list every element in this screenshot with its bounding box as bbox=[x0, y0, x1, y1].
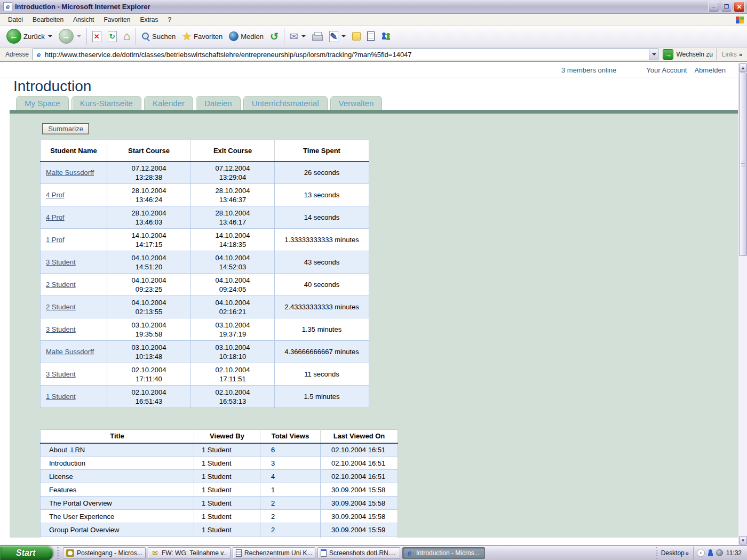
total-views-cell: 2 bbox=[260, 523, 321, 537]
back-dropdown-icon[interactable] bbox=[48, 35, 52, 37]
student-link[interactable]: 1 Student bbox=[46, 393, 76, 401]
column-header: Time Spent bbox=[275, 140, 369, 162]
home-button[interactable] bbox=[120, 27, 133, 46]
refresh-button[interactable] bbox=[105, 27, 120, 46]
network-tray-icon[interactable] bbox=[716, 549, 723, 556]
messenger-tray-icon[interactable] bbox=[707, 549, 714, 556]
task-button-rechenzentrum-uni-k[interactable]: Rechenzentrum Uni K... bbox=[233, 547, 315, 559]
discuss-button[interactable] bbox=[349, 27, 364, 46]
content-area: Summarize Student NameStart CourseExit C… bbox=[10, 114, 738, 538]
start-time: 17:11:40 bbox=[107, 374, 190, 383]
scroll-up-button[interactable] bbox=[739, 63, 747, 72]
student-link[interactable]: 1 Prof bbox=[46, 236, 65, 244]
exit-date: 04.10.2004 bbox=[191, 276, 274, 285]
your-account-link[interactable]: Your Account bbox=[646, 66, 687, 74]
tab-dateien[interactable]: Dateien bbox=[196, 96, 241, 110]
task-button-introduction-micros[interactable]: Introduction - Micros... bbox=[402, 547, 485, 559]
hide-tray-icons-button[interactable] bbox=[697, 549, 705, 557]
exit-time: 13:46:37 bbox=[191, 195, 274, 204]
windows-flag-icon bbox=[5, 549, 13, 556]
student-link[interactable]: 3 Student bbox=[46, 325, 76, 333]
scroll-down-button[interactable] bbox=[739, 536, 747, 545]
student-link[interactable]: 3 Student bbox=[46, 258, 76, 266]
student-link[interactable]: Malte Sussdorff bbox=[46, 169, 94, 177]
print-button[interactable] bbox=[309, 27, 326, 46]
summarize-button[interactable]: Summarize bbox=[42, 123, 89, 134]
menu-item-extras[interactable]: Extras bbox=[135, 14, 163, 25]
column-header: Exit Course bbox=[191, 140, 275, 162]
exit-date: 02.10.2004 bbox=[191, 388, 274, 397]
menu-item-help[interactable]: ? bbox=[163, 14, 176, 25]
research-button[interactable] bbox=[364, 27, 378, 46]
title-cell: Features bbox=[41, 483, 194, 497]
address-input[interactable] bbox=[45, 51, 649, 59]
forward-button[interactable] bbox=[55, 27, 84, 46]
stop-button[interactable] bbox=[89, 27, 105, 46]
exit-time: 13:29:04 bbox=[191, 173, 274, 182]
restore-button[interactable] bbox=[721, 2, 732, 12]
menu-item-favoriten[interactable]: Favoriten bbox=[99, 14, 135, 25]
column-header: Title bbox=[41, 430, 194, 443]
start-course-cell: 04.10.200402:13:55 bbox=[107, 296, 191, 318]
start-time: 16:51:43 bbox=[107, 397, 190, 406]
menu-item-datei[interactable]: Datei bbox=[3, 14, 28, 25]
task-button-fw-wg-teilnahme-v[interactable]: FW: WG: Teilnahme v... bbox=[148, 547, 231, 559]
task-button-screenshots-dotlrn[interactable]: Screenshots dotLRN.... bbox=[317, 547, 400, 559]
student-link[interactable]: 3 Student bbox=[46, 370, 76, 378]
last-viewed-cell: 30.09.2004 15:58 bbox=[321, 510, 398, 523]
tab-verwalten[interactable]: Verwalten bbox=[330, 96, 383, 110]
mail-dropdown-icon[interactable] bbox=[301, 35, 306, 37]
vertical-scrollbar[interactable] bbox=[738, 63, 747, 545]
quicklaunch-grip[interactable] bbox=[55, 547, 60, 559]
outlook-icon bbox=[66, 549, 74, 557]
student-link[interactable]: 4 Prof bbox=[46, 213, 65, 221]
tab-kalender[interactable]: Kalender bbox=[144, 96, 193, 110]
table-row: Group Portal Overview1 Student230.09.200… bbox=[41, 523, 398, 537]
history-button[interactable] bbox=[267, 27, 282, 46]
edit-dropdown-icon[interactable] bbox=[341, 35, 346, 37]
start-button[interactable]: Start bbox=[0, 546, 53, 560]
links-toolbar[interactable]: Links bbox=[716, 49, 745, 60]
tab-kurs-startseite[interactable]: Kurs-Startseite bbox=[71, 96, 141, 110]
favorites-label: Favoriten bbox=[194, 33, 222, 41]
student-link[interactable]: 2 Student bbox=[46, 281, 76, 289]
table-row: 1 Student02.10.200416:51:4302.10.200416:… bbox=[41, 386, 369, 408]
ie-logo-icon bbox=[3, 2, 12, 11]
exit-course-cell: 03.10.200410:18:10 bbox=[191, 341, 275, 363]
table-row: Features1 Student130.09.2004 15:58 bbox=[41, 483, 398, 497]
chevron-right-icon[interactable] bbox=[686, 550, 689, 556]
student-link[interactable]: 2 Student bbox=[46, 303, 76, 311]
desktop-toolbar-grip[interactable] bbox=[655, 547, 659, 559]
messenger-button[interactable] bbox=[378, 27, 394, 46]
go-arrow-icon bbox=[663, 49, 673, 60]
logout-link[interactable]: Abmelden bbox=[694, 66, 726, 74]
tab-unterrichtsmaterial[interactable]: Unterrichtsmaterial bbox=[243, 96, 328, 110]
back-button[interactable]: Zurück bbox=[3, 27, 55, 46]
messenger-icon bbox=[381, 32, 391, 41]
minimize-button[interactable] bbox=[708, 2, 719, 12]
student-name-cell: 3 Student bbox=[41, 363, 107, 386]
title-cell: The Portal Overview bbox=[41, 497, 194, 510]
favorites-button[interactable]: Favoriten bbox=[179, 27, 226, 46]
student-link[interactable]: 4 Prof bbox=[46, 191, 65, 199]
student-link[interactable]: Malte Sussdorff bbox=[46, 348, 94, 356]
address-dropdown-button[interactable] bbox=[649, 49, 658, 60]
toolbar-separator bbox=[136, 28, 136, 45]
close-button[interactable] bbox=[734, 2, 745, 12]
start-course-cell: 28.10.200413:46:03 bbox=[107, 206, 191, 229]
time-spent-cell: 2.43333333333 minutes bbox=[275, 296, 369, 318]
time-spent-cell: 13 seconds bbox=[275, 184, 369, 206]
menu-item-ansicht[interactable]: Ansicht bbox=[68, 14, 99, 25]
mail-button[interactable] bbox=[287, 27, 309, 46]
menu-item-bearbeiten[interactable]: Bearbeiten bbox=[28, 14, 68, 25]
start-time: 02:13:55 bbox=[107, 307, 190, 316]
media-button[interactable]: Medien bbox=[226, 27, 267, 46]
task-button-posteingang-micros[interactable]: Posteingang - Micros... bbox=[63, 547, 146, 559]
edit-button[interactable] bbox=[326, 27, 349, 46]
desktop-toolbar-label[interactable]: Desktop bbox=[661, 549, 685, 557]
scrollbar-thumb[interactable] bbox=[739, 73, 747, 256]
go-button[interactable]: Wechseln zu bbox=[663, 49, 712, 60]
start-date: 04.10.2004 bbox=[107, 253, 190, 262]
search-button[interactable]: Suchen bbox=[138, 27, 179, 46]
tab-my-space[interactable]: My Space bbox=[16, 96, 69, 110]
